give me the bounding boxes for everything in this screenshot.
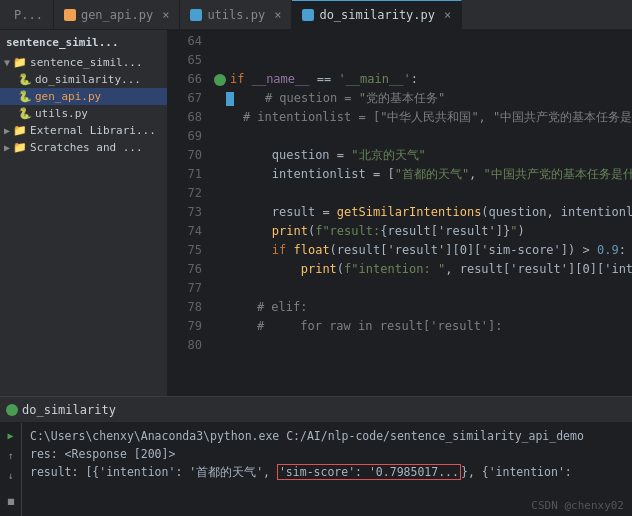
op-assign-70: = <box>337 146 344 165</box>
external-libs-folder-icon: 📁 <box>13 124 27 137</box>
code-line-68: # intentionlist = ["中华人民共和国", "中国共产党的基本任… <box>214 108 632 127</box>
tab-utils-close[interactable]: × <box>274 8 281 22</box>
str-main: '__main__' <box>338 70 410 89</box>
code-line-73: result = getSimilarIntentions ( question… <box>214 203 632 222</box>
code-line-71: intentionlist = [ "首都的天气" , "中国共产党的基本任务是… <box>214 165 632 184</box>
sidebar-item-scratches[interactable]: ▶ 📁 Scratches and ... <box>0 139 167 156</box>
do-similarity-icon <box>302 9 314 21</box>
tab-gen-api-label: gen_api.py <box>81 8 153 22</box>
terminal-line-2-text: res: <Response [200]> <box>30 447 175 461</box>
terminal-line-3-suffix: }, {'intention': <box>461 465 572 479</box>
run-button[interactable]: ▶ <box>3 427 19 443</box>
cmt-68: # intentionlist = ["中华人民共和国", "中国共产党的基本任… <box>214 108 632 127</box>
code-line-80 <box>214 336 632 355</box>
run-tab-icon <box>6 404 18 416</box>
utils-icon <box>190 9 202 21</box>
var-result: result <box>272 203 315 222</box>
run-marker-icon <box>214 74 226 86</box>
scratches-arrow-icon: ▶ <box>4 142 10 153</box>
tab-project[interactable]: P... <box>4 0 54 30</box>
kw-if: if <box>230 70 244 89</box>
str-question: "北京的天气" <box>351 146 425 165</box>
watermark-text: CSDN @chenxy02 <box>531 499 624 512</box>
gen-api-file-icon: 🐍 <box>18 90 32 103</box>
watermark: CSDN @chenxy02 <box>531 499 624 512</box>
code-line-78: # elif: <box>214 298 632 317</box>
tab-gen-api[interactable]: gen_api.py × <box>54 0 180 30</box>
code-content[interactable]: if __name__ == '__main__' : # question =… <box>208 30 632 396</box>
dunder-name: __name__ <box>252 70 310 89</box>
sidebar-gen-api-label: gen_api.py <box>35 90 101 103</box>
terminal-highlight-box: 'sim-score': '0.7985017... <box>277 464 461 480</box>
terminal-line-2: res: <Response [200]> <box>30 445 624 463</box>
terminal-line-3-highlight: 'sim-score': '0.7985017... <box>279 465 459 479</box>
terminal-line-1-text: C:\Users\chenxy\Anaconda3\python.exe C:/… <box>30 429 584 443</box>
code-line-66: if __name__ == '__main__' : <box>214 70 632 89</box>
sidebar-scratches-label: Scratches and ... <box>30 141 143 154</box>
var-question: question <box>272 146 330 165</box>
code-area[interactable]: 64 65 66 67 68 69 70 71 72 73 74 75 76 7… <box>168 30 632 396</box>
colon: : <box>411 70 418 89</box>
sidebar-do-similarity-label: do_similarity... <box>35 73 141 86</box>
cmt-67: # question = "党的基本任务" <box>236 89 445 108</box>
code-line-69 <box>214 127 632 146</box>
sidebar-folder-label: sentence_simil... <box>30 56 143 69</box>
op-assign-71: = <box>373 165 380 184</box>
tab-do-similarity[interactable]: do_similarity.py × <box>292 0 462 30</box>
terminal-line-1: C:\Users\chenxy\Anaconda3\python.exe C:/… <box>30 427 624 445</box>
expand-arrow-icon: ▼ <box>4 57 10 68</box>
sidebar-header-label: sentence_simil... <box>6 36 119 49</box>
gen-api-icon <box>64 9 76 21</box>
terminal-line-3: result: [{'intention': '首都的天气', 'sim-sco… <box>30 463 624 481</box>
terminal-controls: ▶ ↑ ↓ ⏹ <box>0 423 22 516</box>
tab-bar: P... gen_api.py × utils.py × do_similari… <box>0 0 632 30</box>
sidebar-item-gen-api[interactable]: 🐍 gen_api.py <box>0 88 167 105</box>
fn-getSimilar: getSimilarIntentions <box>337 203 482 222</box>
sidebar: sentence_simil... ▼ 📁 sentence_simil... … <box>0 30 168 396</box>
stop-button[interactable]: ⏹ <box>3 493 19 509</box>
bookmark-icon <box>226 92 234 106</box>
fn-print-74: print <box>272 222 308 241</box>
sidebar-external-libs-label: External Librari... <box>30 124 156 137</box>
do-similarity-file-icon: 🐍 <box>18 73 32 86</box>
scratches-folder-icon: 📁 <box>13 141 27 154</box>
code-line-72 <box>214 184 632 203</box>
code-line-70: question = "北京的天气" <box>214 146 632 165</box>
main-layout: sentence_simil... ▼ 📁 sentence_simil... … <box>0 30 632 396</box>
tab-gen-api-close[interactable]: × <box>162 8 169 22</box>
bottom-panel: do_similarity ▶ ↑ ↓ ⏹ C:\Users\chenxy\An… <box>0 396 632 516</box>
sidebar-item-utils[interactable]: 🐍 utils.py <box>0 105 167 122</box>
code-line-77 <box>214 279 632 298</box>
run-tab[interactable]: do_similarity <box>6 403 116 417</box>
sidebar-utils-label: utils.py <box>35 107 88 120</box>
sidebar-item-do-similarity[interactable]: 🐍 do_similarity... <box>0 71 167 88</box>
code-line-79: # for raw in result['result']: <box>214 317 632 336</box>
tab-do-similarity-label: do_similarity.py <box>319 8 435 22</box>
tab-project-label: P... <box>14 8 43 22</box>
run-tab-bar: do_similarity <box>0 397 632 423</box>
run-tab-label-text: do_similarity <box>22 403 116 417</box>
scroll-up-button[interactable]: ↑ <box>3 447 19 463</box>
utils-file-icon: 🐍 <box>18 107 32 120</box>
op-eq: == <box>317 70 331 89</box>
str-fstring-74: f"result: <box>315 222 380 241</box>
scroll-down-button[interactable]: ↓ <box>3 467 19 483</box>
code-line-67: # question = "党的基本任务" <box>214 89 632 108</box>
sidebar-item-external-libs[interactable]: ▶ 📁 External Librari... <box>0 122 167 139</box>
terminal-line-3-prefix: result: [{'intention': '首都的天气', <box>30 465 277 479</box>
external-libs-arrow-icon: ▶ <box>4 125 10 136</box>
line-numbers: 64 65 66 67 68 69 70 71 72 73 74 75 76 7… <box>168 30 208 396</box>
tab-do-similarity-close[interactable]: × <box>444 8 451 22</box>
sidebar-header: sentence_simil... <box>0 30 167 54</box>
var-intentionlist: intentionlist <box>272 165 366 184</box>
code-line-65 <box>214 51 632 70</box>
code-line-64 <box>214 32 632 51</box>
code-line-76: print ( f"intention: " , result ['result… <box>214 260 632 279</box>
code-line-74: print ( f"result: { result ['result'] } … <box>214 222 632 241</box>
tab-utils[interactable]: utils.py × <box>180 0 292 30</box>
tab-utils-label: utils.py <box>207 8 265 22</box>
code-line-75: if float ( result ['result'][0]['sim-sco… <box>214 241 632 260</box>
folder-icon: 📁 <box>13 56 27 69</box>
sidebar-item-sentence-simil[interactable]: ▼ 📁 sentence_simil... <box>0 54 167 71</box>
